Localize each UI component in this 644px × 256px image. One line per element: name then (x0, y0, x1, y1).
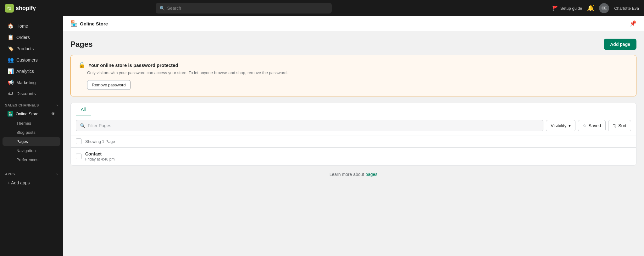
table-header-row: Showing 1 Page (71, 135, 636, 148)
remove-password-button[interactable]: Remove password (87, 80, 130, 90)
flag-icon: 🚩 (552, 5, 558, 11)
password-banner-header: 🔒 Your online store is password protecte… (78, 62, 629, 68)
discounts-icon: 🏷 (8, 91, 13, 96)
chevron-down-icon: ▾ (569, 123, 571, 128)
pages-card: All 🔍 Visibility ▾ ☆ Saved (70, 103, 636, 166)
channel-icon: 🏪 (70, 20, 77, 27)
apps-section: Apps › (0, 168, 63, 177)
topbar-right: 🚩 Setup guide 🔔 CE Charlotte Eva (552, 3, 639, 13)
sales-channels-section: Sales channels › (0, 99, 63, 109)
filter-input-wrap: 🔍 (76, 120, 543, 131)
setup-guide-button[interactable]: 🚩 Setup guide (552, 5, 582, 11)
sidebar-item-navigation[interactable]: Navigation (3, 146, 60, 155)
row-checkbox[interactable] (76, 154, 81, 159)
search-icon: 🔍 (159, 6, 165, 11)
sidebar-item-label: Home (16, 24, 28, 29)
saved-label: Saved (589, 123, 601, 128)
row-info: Contact Friday at 4:46 pm (85, 151, 631, 161)
sidebar-item-analytics[interactable]: 📊 Analytics (3, 66, 60, 77)
saved-button[interactable]: ☆ Saved (578, 120, 606, 131)
lock-icon: 🔒 (78, 62, 85, 68)
star-icon: ☆ (583, 123, 587, 128)
sidebar-item-label: Customers (16, 57, 38, 63)
notification-wrap: 🔔 (587, 5, 594, 12)
preferences-label: Preferences (16, 157, 38, 162)
sidebar-item-label: Marketing (16, 80, 36, 85)
customers-icon: 👥 (8, 57, 13, 63)
learn-more-text: Learn more about (330, 172, 364, 177)
apps-label: Apps (5, 172, 15, 176)
apps-chevron-right-icon[interactable]: › (57, 172, 58, 176)
user-name[interactable]: Charlotte Eva (614, 6, 639, 11)
channel-bar: 🏪 Online Store 📌 (63, 16, 644, 31)
notification-dot (592, 4, 595, 7)
sidebar-item-themes[interactable]: Themes (3, 119, 60, 128)
sales-channels-label: Sales channels (5, 103, 39, 107)
add-apps-label: + Add apps (8, 180, 30, 185)
page-title: Pages (70, 40, 93, 49)
search-wrap: 🔍 (156, 3, 332, 14)
filter-pages-input[interactable] (88, 123, 539, 128)
tab-all[interactable]: All (76, 103, 91, 116)
select-all-checkbox[interactable] (76, 139, 81, 144)
shopify-logo-text: shopify (16, 5, 36, 12)
shopify-bag-icon: 🛍 (5, 4, 14, 13)
row-name[interactable]: Contact (85, 151, 631, 156)
sidebar-item-label: Products (16, 46, 34, 51)
sidebar-nav: 🏠 Home 📋 Orders 🏷️ Products 👥 Customers … (0, 20, 63, 99)
home-icon: 🏠 (8, 23, 13, 29)
sidebar-item-pages[interactable]: Pages (3, 137, 60, 146)
sort-arrows-icon: ⇅ (613, 123, 616, 128)
row-date: Friday at 4:46 pm (85, 157, 631, 161)
page-title-row: Pages Add page (70, 39, 636, 50)
password-banner-title: Your online store is password protected (88, 63, 178, 68)
password-banner: 🔒 Your online store is password protecte… (70, 55, 636, 96)
sidebar-item-marketing[interactable]: 📢 Marketing (3, 77, 60, 88)
orders-icon: 📋 (8, 34, 13, 40)
themes-label: Themes (16, 121, 31, 126)
filter-row: 🔍 Visibility ▾ ☆ Saved ⇅ Sort (71, 116, 636, 135)
online-store-icon: 🏪 (8, 111, 13, 117)
sidebar-item-customers[interactable]: 👥 Customers (3, 54, 60, 65)
pages-link[interactable]: pages (365, 172, 377, 177)
logo-wrap: 🛍 shopify (5, 4, 43, 13)
online-store-label: Online Store (16, 112, 38, 116)
sidebar-item-discounts[interactable]: 🏷 Discounts (3, 88, 60, 99)
showing-count: Showing 1 Page (85, 139, 115, 144)
marketing-icon: 📢 (8, 79, 13, 85)
sidebar-item-online-store[interactable]: 🏪 Online Store 👁 (3, 109, 60, 118)
sidebar-item-home[interactable]: 🏠 Home (3, 20, 60, 31)
learn-more-footer: Learn more about pages (70, 166, 636, 183)
table-row: Contact Friday at 4:46 pm (71, 148, 636, 165)
sidebar-item-orders[interactable]: 📋 Orders (3, 32, 60, 43)
sort-button[interactable]: ⇅ Sort (608, 120, 631, 131)
password-banner-description: Only visitors with your password can acc… (87, 70, 629, 75)
sidebar: 🏠 Home 📋 Orders 🏷️ Products 👥 Customers … (0, 16, 63, 256)
products-icon: 🏷️ (8, 46, 13, 52)
sort-label: Sort (618, 123, 626, 128)
sidebar-item-label: Analytics (16, 69, 34, 74)
analytics-icon: 📊 (8, 68, 13, 74)
search-input[interactable] (167, 6, 328, 11)
visibility-label: Visibility (551, 123, 566, 128)
navigation-label: Navigation (16, 148, 36, 153)
add-page-button[interactable]: Add page (604, 39, 636, 50)
filter-search-icon: 🔍 (80, 123, 85, 128)
sidebar-item-add-apps[interactable]: + Add apps (3, 178, 60, 188)
visibility-button[interactable]: Visibility ▾ (546, 120, 575, 131)
channel-title: Online Store (80, 21, 108, 26)
sidebar-item-label: Discounts (16, 91, 36, 96)
sidebar-item-products[interactable]: 🏷️ Products (3, 43, 60, 54)
setup-guide-label: Setup guide (560, 6, 582, 11)
avatar[interactable]: CE (599, 3, 609, 13)
pin-icon: 📌 (630, 20, 636, 27)
topbar: 🛍 shopify 🔍 🚩 Setup guide 🔔 CE Charlotte… (0, 0, 644, 16)
pages-label: Pages (16, 139, 28, 144)
main-content: 🏪 Online Store 📌 Pages Add page 🔒 Your o… (63, 16, 644, 256)
tabs-bar: All (71, 103, 636, 116)
chevron-right-icon[interactable]: › (57, 103, 58, 107)
blog-posts-label: Blog posts (16, 130, 36, 135)
sidebar-item-preferences[interactable]: Preferences (3, 155, 60, 164)
eye-icon[interactable]: 👁 (51, 111, 55, 116)
sidebar-item-blog-posts[interactable]: Blog posts (3, 128, 60, 137)
